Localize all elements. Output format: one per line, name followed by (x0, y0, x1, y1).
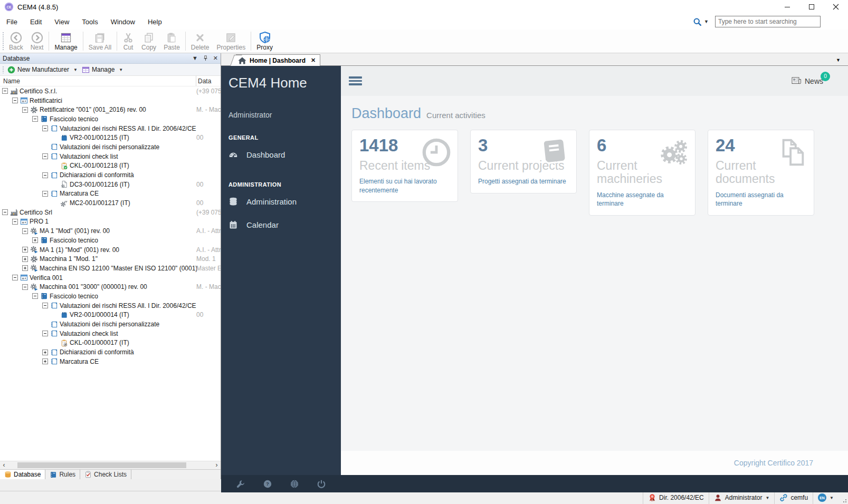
manage-chevron-icon[interactable]: ▼ (117, 67, 125, 72)
help-icon[interactable]: ? (263, 479, 272, 489)
sidebar-item-administration[interactable]: Administration (221, 190, 341, 213)
menu-file[interactable]: File (0, 18, 24, 26)
dropdown-chevron-icon[interactable]: ▼ (830, 496, 834, 500)
tree-row[interactable]: MC2-001/001217 (IT)00 (0, 198, 221, 208)
proxy-button[interactable]: Proxy (253, 30, 277, 53)
expand-icon[interactable] (22, 265, 28, 271)
expand-icon[interactable] (42, 358, 48, 364)
collapse-icon[interactable] (12, 275, 18, 280)
tree-row[interactable]: Valutazioni dei rischi RESS All. I Dir. … (0, 301, 221, 311)
tab-close-icon[interactable]: ✕ (311, 57, 316, 64)
tree-row[interactable]: Certifico Srl(+39 075 (0, 208, 221, 217)
collapse-icon[interactable] (22, 284, 28, 290)
expand-icon[interactable] (22, 247, 28, 253)
save-all-button[interactable]: Save All (85, 30, 115, 53)
tree-row[interactable]: MA 1 (1) "Mod" (001) rev. 00A.I. - Attr (0, 245, 221, 255)
tree-row[interactable]: Valutazioni dei rischi personalizzate (0, 142, 221, 152)
stat-card[interactable]: 3Current projectsProgetti assegnati da t… (470, 130, 577, 193)
panel-menu-chevron-icon[interactable]: ▼ (192, 55, 198, 61)
panel-close-icon[interactable]: ✕ (213, 55, 218, 61)
back-button[interactable]: Back (5, 30, 27, 53)
close-button[interactable] (824, 0, 848, 14)
tab-home-dashboard[interactable]: Home | Dashboard ✕ (236, 54, 320, 66)
minimize-button[interactable] (775, 0, 799, 14)
search-dropdown-icon[interactable]: ▼ (704, 19, 709, 24)
tree-row[interactable]: Dichiarazioni di conformità (0, 170, 221, 180)
tree-row[interactable]: Rettificatrici (0, 96, 221, 105)
tree-row[interactable]: Macchina 1 "Mod. 1"Mod. 1 (0, 254, 221, 264)
panel-toolbar-grip[interactable] (2, 66, 4, 73)
manage-button[interactable]: Manage (51, 30, 81, 53)
pin-icon[interactable] (203, 55, 208, 61)
scrollbar-thumb[interactable] (17, 462, 186, 468)
menu-help[interactable]: Help (141, 18, 168, 26)
menu-view[interactable]: View (48, 18, 75, 26)
news-button[interactable]: News 0 (792, 77, 823, 85)
tree-row[interactable]: Fascicolo tecnico (0, 114, 221, 124)
collapse-icon[interactable] (42, 303, 48, 308)
new-manufacturer-icon[interactable] (7, 66, 15, 74)
status-language[interactable]: EN▼ (813, 491, 839, 504)
properties-button[interactable]: Properties (213, 30, 250, 53)
status-user[interactable]: Administrator▼ (709, 491, 775, 504)
tree-row[interactable]: Verifica 001 (0, 273, 221, 283)
menu-window[interactable]: Window (104, 18, 141, 26)
column-header-name[interactable]: Name (0, 77, 20, 85)
scroll-left-icon[interactable]: ‹ (0, 461, 8, 469)
horizontal-scrollbar[interactable]: ‹ › (0, 461, 221, 469)
collapse-icon[interactable] (22, 228, 28, 234)
collapse-icon[interactable] (42, 125, 48, 131)
menu-edit[interactable]: Edit (24, 18, 48, 26)
tree-row[interactable]: Valutazioni dei rischi RESS All. I Dir. … (0, 124, 221, 133)
collapse-icon[interactable] (2, 209, 8, 215)
panel-tab-check-lists[interactable]: Check Lists (80, 470, 131, 479)
delete-button[interactable]: Delete (187, 30, 213, 53)
stat-card[interactable]: 6Current machineriesMacchine assegnate d… (589, 130, 695, 216)
tree-row[interactable]: Certifico S.r.l.(+39 075 (0, 86, 221, 96)
expand-icon[interactable] (22, 256, 28, 262)
expand-icon[interactable] (32, 237, 38, 243)
tree-row[interactable]: Valutazioni check list (0, 152, 221, 161)
wrench-icon[interactable] (236, 479, 245, 489)
collapse-icon[interactable] (42, 153, 48, 159)
tree-row[interactable]: Fascicolo tecnico (0, 236, 221, 245)
manage-panel-button[interactable]: Manage (92, 66, 115, 73)
toolbar-grip[interactable] (2, 32, 4, 51)
tree-row[interactable]: Rettificatrice "001" (001_2016) rev. 00M… (0, 105, 221, 114)
collapse-icon[interactable] (22, 107, 28, 113)
new-manufacturer-button[interactable]: New Manufacturer (17, 66, 69, 73)
collapse-icon[interactable] (32, 293, 38, 299)
expand-icon[interactable] (42, 350, 48, 355)
collapse-icon[interactable] (12, 98, 18, 103)
globe-icon[interactable] (290, 479, 299, 489)
scroll-right-icon[interactable]: › (213, 461, 221, 469)
power-icon[interactable] (317, 479, 326, 489)
copy-button[interactable]: Copy (138, 30, 160, 53)
next-button[interactable]: Next (27, 30, 47, 53)
hamburger-menu-icon[interactable] (349, 76, 362, 85)
tree-row[interactable]: CKL-001/001218 (IT) (0, 161, 221, 171)
panel-tab-database[interactable]: Database (0, 470, 45, 479)
dropdown-chevron-icon[interactable]: ▼ (765, 496, 769, 500)
resize-grip[interactable] (839, 491, 848, 504)
tree-row[interactable]: Marcatura CE (0, 357, 221, 366)
sidebar-item-dashboard[interactable]: Dashboard (221, 143, 341, 166)
tree-row[interactable]: MA 1 "Mod" (001) rev. 00A.I. - Attr (0, 226, 221, 236)
collapse-icon[interactable] (42, 172, 48, 178)
tree-row[interactable]: Valutazioni dei rischi personalizzate (0, 319, 221, 329)
new-manufacturer-chevron-icon[interactable]: ▼ (71, 67, 80, 72)
tree-row[interactable]: Fascicolo tecnico (0, 292, 221, 301)
search-input[interactable] (715, 16, 821, 27)
manage-panel-icon[interactable] (82, 66, 90, 74)
tab-list-chevron-icon[interactable]: ▼ (836, 57, 841, 63)
tree-row[interactable]: PRO 1 (0, 217, 221, 227)
menu-tools[interactable]: Tools (75, 18, 104, 26)
sidebar-item-calendar[interactable]: Calendar (221, 213, 341, 236)
panel-tab-rules[interactable]: Rules (45, 470, 80, 479)
stat-card[interactable]: 24Current documentsDocumenti assegnati d… (708, 130, 814, 216)
tree-row[interactable]: Dichiarazioni di conformità (0, 347, 221, 357)
tree-row[interactable]: VR2-001/001215 (IT)00 (0, 133, 221, 142)
maximize-button[interactable] (799, 0, 824, 14)
paste-button[interactable]: Paste (160, 30, 184, 53)
tree-row[interactable]: Valutazioni check list (0, 329, 221, 338)
